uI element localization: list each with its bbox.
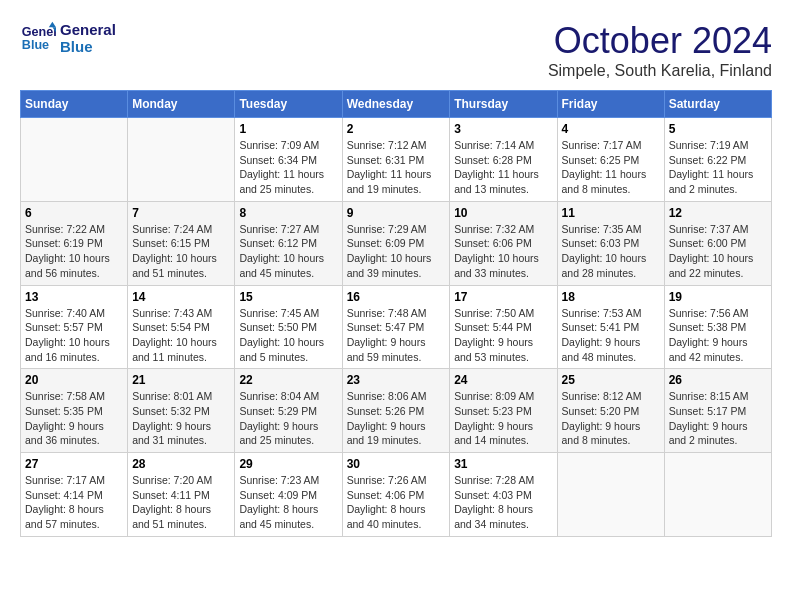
day-detail: Sunrise: 7:17 AMSunset: 6:25 PMDaylight:… — [562, 138, 660, 197]
weekday-header: Saturday — [664, 91, 771, 118]
calendar-header-row: SundayMondayTuesdayWednesdayThursdayFrid… — [21, 91, 772, 118]
calendar-cell: 16Sunrise: 7:48 AMSunset: 5:47 PMDayligh… — [342, 285, 450, 369]
logo: General Blue General Blue — [20, 20, 116, 56]
day-detail: Sunrise: 7:50 AMSunset: 5:44 PMDaylight:… — [454, 306, 552, 365]
calendar-cell: 9Sunrise: 7:29 AMSunset: 6:09 PMDaylight… — [342, 201, 450, 285]
day-detail: Sunrise: 7:19 AMSunset: 6:22 PMDaylight:… — [669, 138, 767, 197]
calendar-week-row: 20Sunrise: 7:58 AMSunset: 5:35 PMDayligh… — [21, 369, 772, 453]
day-detail: Sunrise: 7:28 AMSunset: 4:03 PMDaylight:… — [454, 473, 552, 532]
calendar-cell: 13Sunrise: 7:40 AMSunset: 5:57 PMDayligh… — [21, 285, 128, 369]
day-number: 27 — [25, 457, 123, 471]
calendar-cell: 18Sunrise: 7:53 AMSunset: 5:41 PMDayligh… — [557, 285, 664, 369]
weekday-header: Thursday — [450, 91, 557, 118]
logo-icon: General Blue — [20, 20, 56, 56]
day-number: 13 — [25, 290, 123, 304]
calendar-cell: 17Sunrise: 7:50 AMSunset: 5:44 PMDayligh… — [450, 285, 557, 369]
day-number: 17 — [454, 290, 552, 304]
day-number: 29 — [239, 457, 337, 471]
day-number: 5 — [669, 122, 767, 136]
calendar-cell: 27Sunrise: 7:17 AMSunset: 4:14 PMDayligh… — [21, 453, 128, 537]
day-number: 15 — [239, 290, 337, 304]
calendar-cell: 3Sunrise: 7:14 AMSunset: 6:28 PMDaylight… — [450, 118, 557, 202]
calendar-cell: 6Sunrise: 7:22 AMSunset: 6:19 PMDaylight… — [21, 201, 128, 285]
calendar-cell: 26Sunrise: 8:15 AMSunset: 5:17 PMDayligh… — [664, 369, 771, 453]
day-detail: Sunrise: 7:12 AMSunset: 6:31 PMDaylight:… — [347, 138, 446, 197]
day-number: 24 — [454, 373, 552, 387]
day-number: 19 — [669, 290, 767, 304]
day-detail: Sunrise: 7:20 AMSunset: 4:11 PMDaylight:… — [132, 473, 230, 532]
calendar-cell: 20Sunrise: 7:58 AMSunset: 5:35 PMDayligh… — [21, 369, 128, 453]
day-number: 26 — [669, 373, 767, 387]
day-detail: Sunrise: 8:01 AMSunset: 5:32 PMDaylight:… — [132, 389, 230, 448]
day-detail: Sunrise: 7:22 AMSunset: 6:19 PMDaylight:… — [25, 222, 123, 281]
day-detail: Sunrise: 7:45 AMSunset: 5:50 PMDaylight:… — [239, 306, 337, 365]
day-number: 14 — [132, 290, 230, 304]
day-detail: Sunrise: 7:32 AMSunset: 6:06 PMDaylight:… — [454, 222, 552, 281]
month-title: October 2024 — [548, 20, 772, 62]
calendar-cell: 1Sunrise: 7:09 AMSunset: 6:34 PMDaylight… — [235, 118, 342, 202]
day-detail: Sunrise: 7:48 AMSunset: 5:47 PMDaylight:… — [347, 306, 446, 365]
day-number: 22 — [239, 373, 337, 387]
day-detail: Sunrise: 7:27 AMSunset: 6:12 PMDaylight:… — [239, 222, 337, 281]
calendar-week-row: 27Sunrise: 7:17 AMSunset: 4:14 PMDayligh… — [21, 453, 772, 537]
calendar-cell: 7Sunrise: 7:24 AMSunset: 6:15 PMDaylight… — [128, 201, 235, 285]
calendar-cell: 30Sunrise: 7:26 AMSunset: 4:06 PMDayligh… — [342, 453, 450, 537]
day-detail: Sunrise: 8:09 AMSunset: 5:23 PMDaylight:… — [454, 389, 552, 448]
day-detail: Sunrise: 7:40 AMSunset: 5:57 PMDaylight:… — [25, 306, 123, 365]
day-detail: Sunrise: 7:23 AMSunset: 4:09 PMDaylight:… — [239, 473, 337, 532]
calendar-cell: 10Sunrise: 7:32 AMSunset: 6:06 PMDayligh… — [450, 201, 557, 285]
day-detail: Sunrise: 7:35 AMSunset: 6:03 PMDaylight:… — [562, 222, 660, 281]
day-detail: Sunrise: 8:06 AMSunset: 5:26 PMDaylight:… — [347, 389, 446, 448]
day-number: 28 — [132, 457, 230, 471]
calendar-cell — [21, 118, 128, 202]
calendar-cell: 15Sunrise: 7:45 AMSunset: 5:50 PMDayligh… — [235, 285, 342, 369]
day-detail: Sunrise: 8:12 AMSunset: 5:20 PMDaylight:… — [562, 389, 660, 448]
day-number: 23 — [347, 373, 446, 387]
day-number: 30 — [347, 457, 446, 471]
day-number: 12 — [669, 206, 767, 220]
day-number: 1 — [239, 122, 337, 136]
calendar-cell: 19Sunrise: 7:56 AMSunset: 5:38 PMDayligh… — [664, 285, 771, 369]
day-number: 3 — [454, 122, 552, 136]
day-detail: Sunrise: 7:09 AMSunset: 6:34 PMDaylight:… — [239, 138, 337, 197]
calendar-cell: 24Sunrise: 8:09 AMSunset: 5:23 PMDayligh… — [450, 369, 557, 453]
calendar-cell: 23Sunrise: 8:06 AMSunset: 5:26 PMDayligh… — [342, 369, 450, 453]
day-detail: Sunrise: 7:53 AMSunset: 5:41 PMDaylight:… — [562, 306, 660, 365]
logo-line1: General — [60, 21, 116, 38]
calendar-cell: 22Sunrise: 8:04 AMSunset: 5:29 PMDayligh… — [235, 369, 342, 453]
calendar-week-row: 13Sunrise: 7:40 AMSunset: 5:57 PMDayligh… — [21, 285, 772, 369]
day-number: 25 — [562, 373, 660, 387]
day-detail: Sunrise: 7:37 AMSunset: 6:00 PMDaylight:… — [669, 222, 767, 281]
day-detail: Sunrise: 7:43 AMSunset: 5:54 PMDaylight:… — [132, 306, 230, 365]
calendar-table: SundayMondayTuesdayWednesdayThursdayFrid… — [20, 90, 772, 537]
calendar-week-row: 6Sunrise: 7:22 AMSunset: 6:19 PMDaylight… — [21, 201, 772, 285]
calendar-cell: 8Sunrise: 7:27 AMSunset: 6:12 PMDaylight… — [235, 201, 342, 285]
day-detail: Sunrise: 7:17 AMSunset: 4:14 PMDaylight:… — [25, 473, 123, 532]
calendar-cell: 21Sunrise: 8:01 AMSunset: 5:32 PMDayligh… — [128, 369, 235, 453]
calendar-week-row: 1Sunrise: 7:09 AMSunset: 6:34 PMDaylight… — [21, 118, 772, 202]
day-number: 6 — [25, 206, 123, 220]
day-detail: Sunrise: 7:58 AMSunset: 5:35 PMDaylight:… — [25, 389, 123, 448]
day-number: 4 — [562, 122, 660, 136]
day-detail: Sunrise: 7:29 AMSunset: 6:09 PMDaylight:… — [347, 222, 446, 281]
calendar-cell: 25Sunrise: 8:12 AMSunset: 5:20 PMDayligh… — [557, 369, 664, 453]
day-number: 8 — [239, 206, 337, 220]
day-detail: Sunrise: 7:24 AMSunset: 6:15 PMDaylight:… — [132, 222, 230, 281]
page-header: General Blue General Blue October 2024 S… — [20, 20, 772, 80]
day-number: 21 — [132, 373, 230, 387]
day-detail: Sunrise: 7:26 AMSunset: 4:06 PMDaylight:… — [347, 473, 446, 532]
day-detail: Sunrise: 8:04 AMSunset: 5:29 PMDaylight:… — [239, 389, 337, 448]
calendar-cell — [128, 118, 235, 202]
weekday-header: Monday — [128, 91, 235, 118]
calendar-cell: 29Sunrise: 7:23 AMSunset: 4:09 PMDayligh… — [235, 453, 342, 537]
day-number: 11 — [562, 206, 660, 220]
day-detail: Sunrise: 7:14 AMSunset: 6:28 PMDaylight:… — [454, 138, 552, 197]
calendar-cell: 2Sunrise: 7:12 AMSunset: 6:31 PMDaylight… — [342, 118, 450, 202]
calendar-cell: 5Sunrise: 7:19 AMSunset: 6:22 PMDaylight… — [664, 118, 771, 202]
svg-text:Blue: Blue — [22, 38, 49, 52]
calendar-cell — [664, 453, 771, 537]
weekday-header: Sunday — [21, 91, 128, 118]
day-detail: Sunrise: 8:15 AMSunset: 5:17 PMDaylight:… — [669, 389, 767, 448]
title-block: October 2024 Simpele, South Karelia, Fin… — [548, 20, 772, 80]
calendar-cell — [557, 453, 664, 537]
